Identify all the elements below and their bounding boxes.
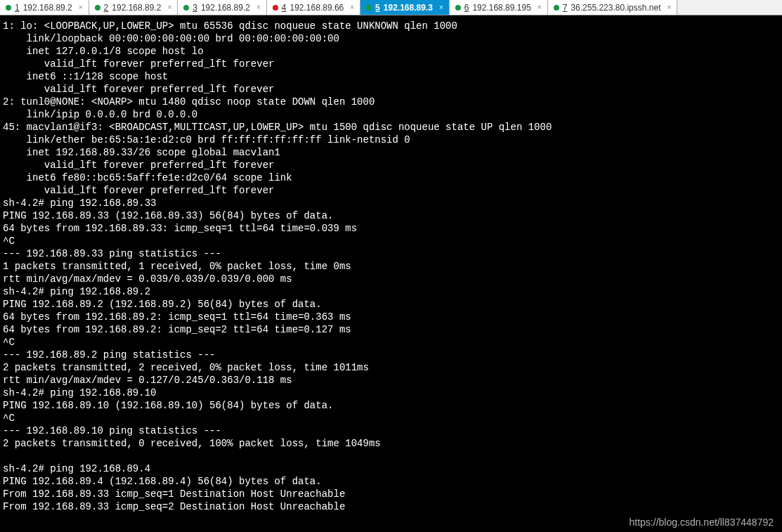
tab-7[interactable]: 7 36.255.223.80.ipssh.net ×	[548, 0, 678, 15]
tab-num: 6	[464, 3, 469, 13]
tab-num: 1	[15, 3, 20, 13]
tab-num: 3	[193, 3, 197, 13]
status-dot-icon	[6, 5, 11, 11]
tab-ip: 192.168.89.2	[23, 3, 72, 13]
tab-num: 7	[563, 3, 568, 13]
close-icon[interactable]: ×	[347, 4, 354, 11]
watermark: https://blog.csdn.net/ll837448792	[630, 517, 774, 528]
tab-num: 4	[282, 3, 287, 13]
close-icon[interactable]: ×	[254, 4, 261, 11]
tab-ip: 36.255.223.80.ipssh.net	[571, 3, 660, 13]
status-dot-icon	[455, 5, 461, 11]
status-dot-icon	[95, 5, 100, 11]
tab-num: 5	[375, 3, 380, 13]
tab-bar: 1 192.168.89.2 × 2 192.168.89.2 × 3 192.…	[0, 0, 782, 15]
status-dot-icon	[183, 5, 189, 11]
tab-5[interactable]: 5 192.168.89.3 ×	[360, 0, 450, 15]
close-icon[interactable]: ×	[664, 4, 671, 11]
close-icon[interactable]: ×	[164, 4, 171, 11]
tab-ip: 192.168.89.195	[472, 3, 530, 13]
status-dot-icon	[273, 5, 278, 11]
tab-ip: 192.168.89.66	[290, 3, 344, 13]
close-icon[interactable]: ×	[535, 4, 542, 11]
status-dot-icon	[554, 5, 559, 11]
tab-ip: 192.168.89.3	[384, 3, 433, 13]
tab-num: 2	[104, 3, 109, 13]
tab-1[interactable]: 1 192.168.89.2 ×	[0, 0, 89, 15]
tab-ip: 192.168.89.2	[201, 3, 250, 13]
tab-2[interactable]: 2 192.168.89.2 ×	[89, 0, 178, 15]
close-icon[interactable]: ×	[436, 4, 443, 11]
tab-6[interactable]: 6 192.168.89.195 ×	[450, 0, 548, 15]
tab-4[interactable]: 4 192.168.89.66 ×	[267, 0, 360, 15]
terminal-output[interactable]: 1: lo: <LOOPBACK,UP,LOWER_UP> mtu 65536 …	[0, 15, 782, 532]
tab-ip: 192.168.89.2	[112, 3, 161, 13]
close-icon[interactable]: ×	[76, 4, 83, 11]
tab-3[interactable]: 3 192.168.89.2 ×	[178, 0, 267, 15]
status-dot-icon	[366, 5, 372, 11]
